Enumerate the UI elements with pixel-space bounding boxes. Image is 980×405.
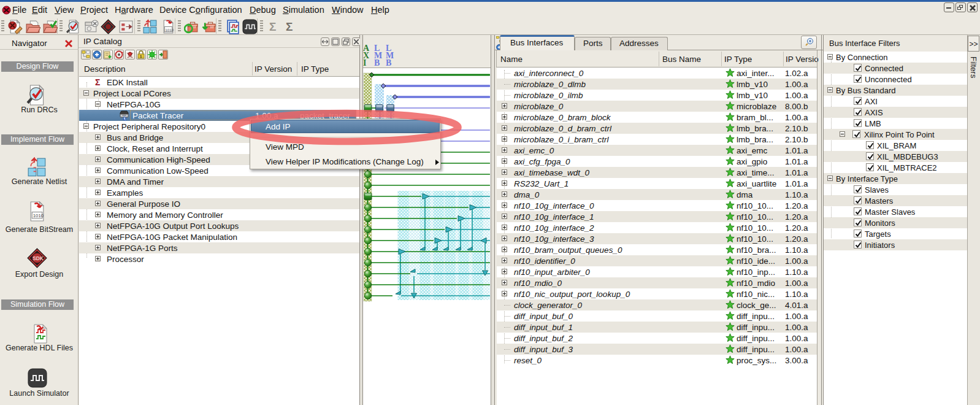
svg-text:10: 10 <box>210 25 214 29</box>
svg-text:SDK: SDK <box>33 256 43 261</box>
svg-text:1010: 1010 <box>165 28 174 32</box>
svg-text:1010: 1010 <box>33 213 44 218</box>
